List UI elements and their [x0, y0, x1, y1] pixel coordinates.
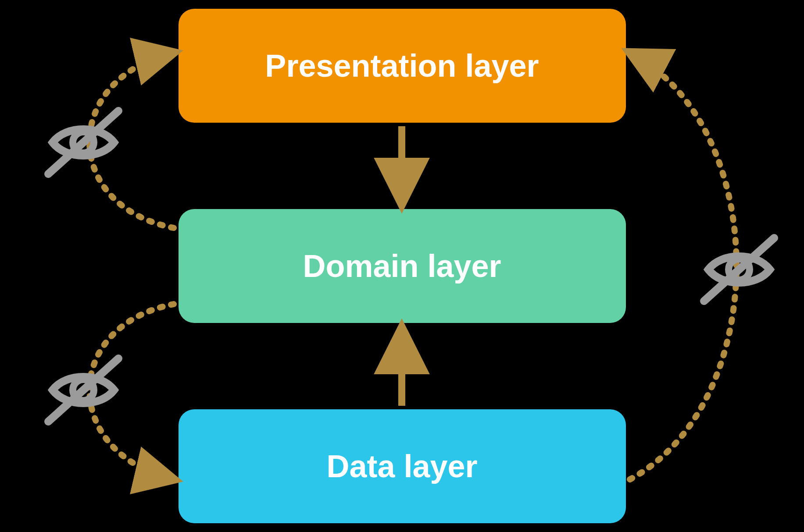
hidden-eye-icon	[48, 111, 118, 174]
diagram-stage: Presentation layer Domain layer Data lay…	[0, 0, 804, 532]
layer-data: Data layer	[179, 409, 626, 523]
layer-data-label: Data layer	[326, 448, 477, 484]
arrow-domain-to-presentation-hidden	[89, 53, 174, 228]
arrow-domain-to-data-hidden	[89, 304, 174, 479]
layer-domain-label: Domain layer	[303, 248, 501, 284]
hidden-eye-icon	[48, 358, 118, 422]
arrow-data-to-presentation-hidden	[630, 53, 736, 479]
layer-domain: Domain layer	[179, 209, 626, 323]
hidden-eye-icon	[704, 238, 774, 301]
layer-presentation: Presentation layer	[179, 9, 626, 123]
layer-presentation-label: Presentation layer	[265, 48, 539, 84]
